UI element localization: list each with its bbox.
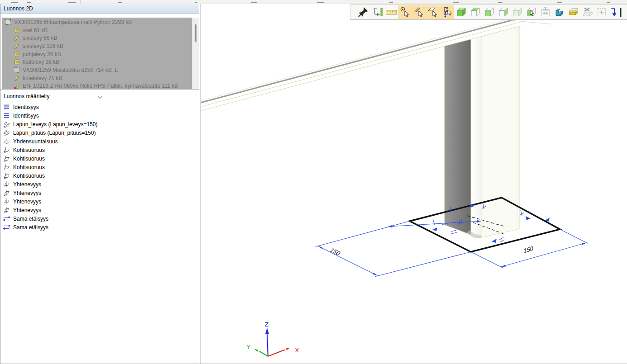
collapse-chevron-icon[interactable] — [96, 93, 104, 97]
dimension-left-value[interactable]: 150 — [328, 246, 343, 256]
dimension-icon — [3, 129, 11, 136]
tree-item[interactable]: VX3001265 Mittaohjautuva malli Python 22… — [2, 18, 198, 26]
ribbon-clipped-strip — [0, 0, 627, 4]
constraint-row[interactable]: Yhtenevyys — [0, 206, 199, 214]
identity-icon — [3, 104, 11, 110]
view-front-button[interactable] — [482, 5, 496, 19]
constraint-row[interactable]: Lapun_pituus (Lapun_pituus=150) — [0, 128, 199, 137]
model-gray-icon — [14, 67, 20, 73]
constraint-label: Kohtisuoruus — [13, 156, 45, 162]
sheet-icon — [14, 59, 20, 65]
dimension-right-value[interactable]: 150 — [523, 245, 533, 255]
tree-item-label: pohjalevy 25 kB — [23, 51, 61, 57]
constraint-row[interactable]: Yhtenevyys — [0, 197, 199, 206]
slab-icon — [568, 6, 579, 18]
model-tree[interactable]: VX3001265 Mittaohjautuva malli Python 22… — [2, 18, 198, 93]
extrude-button[interactable] — [552, 5, 566, 19]
tree-item[interactable]: kattolevy 38 kB — [2, 58, 198, 66]
fit-view-button[interactable] — [594, 5, 608, 19]
snap-point-button[interactable] — [398, 5, 412, 19]
constraint-row[interactable]: Identtisyys — [0, 103, 199, 111]
tree-item[interactable]: kotelolevy 71 kB — [2, 74, 198, 82]
bent-sheet-icon — [14, 75, 20, 81]
bent-sheet-icon — [14, 43, 20, 49]
constraint-row[interactable]: Kohtisuoruus — [0, 163, 199, 171]
sketch-panel: Luonnos 2D VX3001265 Mittaohjautuva mall… — [0, 4, 199, 364]
tree-scrollbar-thumb[interactable] — [195, 24, 196, 42]
sheet-icon — [14, 27, 20, 33]
constraint-label: Yhdensuuntaisuus — [13, 138, 58, 145]
delete-body-button[interactable] — [580, 5, 594, 19]
snap-profile-button[interactable] — [440, 5, 454, 19]
tree-item[interactable]: VX3001259 Miesluukku d250 714 kB .L — [2, 66, 198, 74]
constraint-row[interactable]: Kohtisuoruus — [0, 154, 199, 163]
constraint-label: Yhtenevyys — [13, 207, 41, 213]
constraint-label: Kohtisuoruus — [13, 164, 45, 170]
view-solid-button[interactable] — [454, 5, 468, 19]
panel-viewport-divider[interactable] — [201, 4, 201, 364]
measure-direction-icon — [371, 6, 383, 18]
select-face-icon — [526, 6, 537, 18]
snap-edge-button[interactable] — [412, 5, 426, 19]
identity-icon — [3, 112, 11, 119]
axis-z-label: Z — [265, 321, 269, 328]
snap-point-icon — [399, 6, 411, 18]
constraint-label: Yhtenevyys — [13, 199, 41, 205]
view-side-button[interactable] — [496, 5, 510, 19]
constraint-label: Kohtisuoruus — [13, 147, 45, 153]
tree-item-label: sivulevy2 126 kB — [23, 43, 63, 49]
constraint-row[interactable]: Identtisyys — [0, 111, 199, 120]
tree-item[interactable]: sivulevy 66 kB — [2, 34, 198, 42]
list-button[interactable] — [538, 5, 552, 19]
view-front-icon — [483, 6, 495, 18]
axis-x-label: X — [295, 347, 299, 354]
constraint-label: Sama etäisyys — [13, 224, 48, 231]
panel-title: Luonnos 2D — [0, 4, 199, 14]
slab-button[interactable] — [566, 5, 580, 19]
tree-scrollbar[interactable] — [192, 18, 199, 93]
profile-icon — [14, 83, 20, 89]
constraint-row[interactable]: Sama etäisyys — [0, 214, 199, 223]
insert-down-icon — [610, 6, 622, 18]
constraint-row[interactable]: Kohtisuoruus — [0, 171, 199, 180]
tree-item[interactable]: pohjalevy 25 kB — [2, 50, 198, 58]
tree-item-label: EN_10219-2-Rn-080x5 Neliö RHS-Palkki, ky… — [23, 83, 178, 89]
measure-direction-button[interactable] — [370, 5, 384, 19]
perpendicular-icon — [3, 164, 11, 170]
ruler-button[interactable] — [384, 5, 398, 19]
tree-item-label: VX3001259 Miesluukku d250 714 kB .L — [23, 67, 118, 73]
constraint-row[interactable]: Lapun_leveys (Lapun_leveys=150) — [0, 120, 199, 128]
insert-down-button[interactable] — [608, 5, 622, 19]
dimension-left[interactable] — [316, 221, 471, 277]
perpendicular-icon — [3, 147, 11, 153]
pin-button[interactable] — [356, 5, 370, 19]
snap-face-button[interactable] — [426, 5, 440, 19]
view-top-icon — [469, 6, 481, 18]
equal-distance-icon — [3, 215, 11, 222]
constraint-row[interactable]: Yhtenevyys — [0, 189, 199, 197]
view-side-icon — [498, 6, 509, 18]
constraint-row[interactable]: Kohtisuoruus — [0, 146, 199, 154]
tree-item-label: kattolevy 38 kB — [23, 59, 59, 65]
pin-icon — [357, 6, 369, 18]
constraint-row[interactable]: Yhdensuuntaisuus — [0, 137, 199, 146]
tree-item[interactable]: skel 61 kB — [2, 26, 198, 34]
constraint-label: Sama etäisyys — [13, 216, 48, 222]
constraint-label: Identtisyys — [13, 104, 39, 110]
constraint-row[interactable]: Sama etäisyys — [0, 223, 199, 232]
tree-item[interactable]: sivulevy2 126 kB — [2, 42, 198, 50]
ruler-icon — [385, 6, 397, 18]
column-body[interactable] — [445, 26, 520, 238]
snap-edge-icon — [413, 6, 425, 18]
select-face-button[interactable] — [524, 5, 538, 19]
constraint-label: Lapun_pituus (Lapun_pituus=150) — [13, 130, 96, 136]
snap-profile-icon — [441, 6, 453, 18]
extrude-icon — [554, 6, 565, 18]
view-top-button[interactable] — [468, 5, 482, 19]
parallel-icon — [3, 138, 11, 145]
perpendicular-icon — [3, 155, 11, 162]
view-shaded-button[interactable] — [510, 5, 524, 19]
list-icon — [540, 6, 551, 18]
snap-face-icon — [427, 6, 439, 18]
constraint-row[interactable]: Yhtenevyys — [0, 180, 199, 189]
